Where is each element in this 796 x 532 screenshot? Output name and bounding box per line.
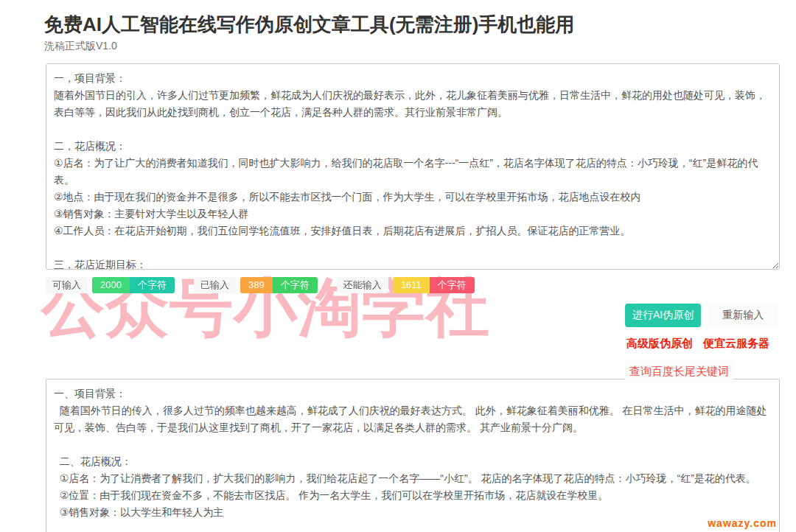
- version-label: 洗稿正式版V1.0: [44, 40, 796, 53]
- counter-entered-value: 389: [240, 277, 273, 293]
- counter-remaining-value: 1611: [393, 277, 430, 293]
- page-title: 免费AI人工智能在线写作伪原创文章工具(无需注册)手机也能用: [44, 12, 796, 38]
- action-buttons: 进行AI伪原创 重新输入 高级版伪原创 便宜云服务器 查询百度长尾关键词: [625, 304, 778, 388]
- counter-remaining-label: 还能输入: [337, 277, 388, 293]
- char-counter-bar: 可输入 2000 个字符 已输入 389 个字符 还能输入 1611 个字符: [46, 277, 796, 293]
- counter-remaining: 还能输入 1611 个字符: [337, 277, 475, 293]
- counter-entered: 已输入 389 个字符: [194, 277, 318, 293]
- counter-allowed-label: 可输入: [46, 277, 88, 293]
- ai-rewrite-button[interactable]: 进行AI伪原创: [625, 304, 701, 327]
- counter-entered-label: 已输入: [194, 277, 236, 293]
- action-row-2: 高级版伪原创 便宜云服务器: [625, 332, 778, 355]
- action-row-1: 进行AI伪原创 重新输入: [625, 304, 778, 327]
- counter-remaining-unit: 个字符: [430, 277, 475, 293]
- site-credit: wawazy.com: [708, 517, 777, 529]
- page: 免费AI人工智能在线写作伪原创文章工具(无需注册)手机也能用 洗稿正式版V1.0…: [0, 0, 796, 532]
- keyword-query-link[interactable]: 查询百度长尾关键词: [625, 360, 733, 383]
- premium-version-link[interactable]: 高级版伪原创: [625, 332, 694, 355]
- counter-allowed-unit: 个字符: [130, 277, 175, 293]
- counter-entered-unit: 个字符: [273, 277, 318, 293]
- action-row-3: 查询百度长尾关键词: [625, 360, 778, 383]
- counter-allowed: 可输入 2000 个字符: [46, 277, 175, 293]
- source-text-input[interactable]: 一，项目背景： 随着外国节日的引入，许多人们过节更加频繁，鲜花成为人们庆祝的最好…: [46, 63, 780, 270]
- counter-allowed-value: 2000: [92, 277, 130, 293]
- reset-input-button[interactable]: 重新输入: [708, 304, 778, 327]
- cloud-server-link[interactable]: 便宜云服务器: [702, 332, 771, 355]
- rewritten-text-output[interactable]: 一、项目背景： 随着国外节日的传入，很多人过节的频率也越来越高，鲜花成了人们庆祝…: [46, 379, 780, 532]
